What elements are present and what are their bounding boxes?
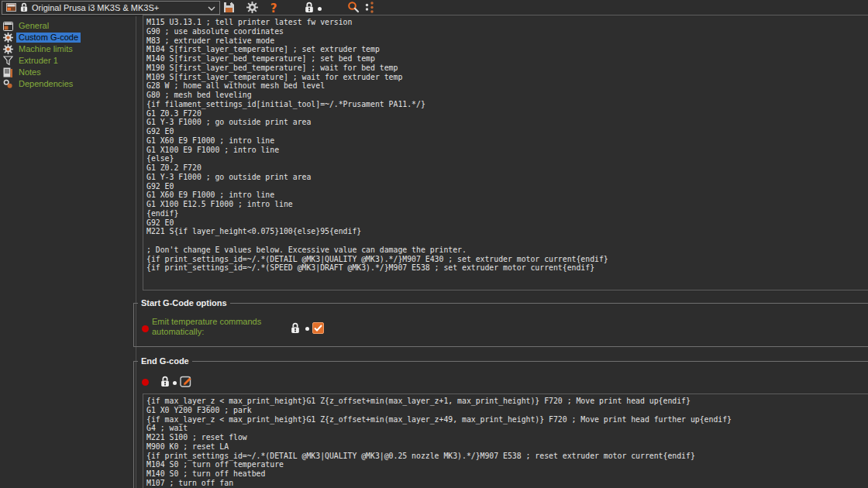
sidebar-item-notes[interactable]: Notes — [0, 67, 136, 78]
funnel-icon — [2, 56, 13, 67]
lock-icon[interactable] — [291, 322, 300, 337]
sidebar-item-custom-gcode[interactable]: Custom G-code — [0, 32, 136, 43]
sidebar-item-label: Machine limits — [16, 44, 75, 54]
gear-icon — [246, 2, 258, 16]
save-icon — [223, 2, 235, 16]
lock-settings-button[interactable] — [302, 2, 316, 15]
sidebar-item-label: Extruder 1 — [16, 56, 60, 66]
printer-settings-custom-gcode-page: Original Prusa i3 MK3S & MK3S+ — [0, 0, 868, 488]
lock-icon[interactable] — [160, 376, 170, 390]
edit-pencil-icon — [180, 376, 192, 390]
printer-preset-icon — [6, 3, 16, 13]
preset-settings-button[interactable] — [245, 2, 259, 15]
gear-icon — [2, 33, 13, 43]
sidebar-item-label: General — [16, 21, 51, 31]
search-button[interactable] — [346, 2, 360, 15]
chevron-down-icon — [208, 3, 215, 12]
group-title: Start G-Code options — [138, 298, 230, 308]
lock-icon — [305, 2, 314, 16]
lock-icon — [20, 2, 28, 14]
save-preset-button[interactable] — [222, 2, 236, 15]
modified-option-dot-icon — [142, 325, 149, 332]
sidebar-item-general[interactable]: General — [0, 20, 136, 32]
start-gcode-textarea[interactable]: M115 U3.13.1 ; tell printer latest fw ve… — [143, 15, 868, 290]
sidebar-item-extruder-1[interactable]: Extruder 1 — [0, 55, 136, 67]
dependencies-icon — [2, 79, 13, 90]
compare-presets-button[interactable] — [363, 2, 377, 15]
modified-dot-icon — [318, 7, 322, 11]
settings-sidebar: General Custom G-code — [0, 16, 136, 488]
help-button[interactable]: ? — [267, 2, 281, 15]
gear-icon — [2, 44, 13, 55]
emit-temperature-checkbox[interactable] — [312, 322, 324, 334]
sidebar-item-machine-limits[interactable]: Machine limits — [0, 43, 136, 55]
note-icon — [2, 67, 13, 78]
preset-toolbar: Original Prusa i3 MK3S & MK3S+ — [0, 0, 868, 16]
printer-preset-combobox[interactable]: Original Prusa i3 MK3S & MK3S+ — [2, 1, 220, 15]
sidebar-item-label: Notes — [16, 67, 43, 77]
sidebar-item-label: Custom G-code — [16, 33, 81, 43]
revert-dot-icon — [173, 381, 177, 385]
end-gcode-textarea[interactable]: {if max_layer_z < max_print_height}G1 Z{… — [143, 393, 868, 488]
sidebar-item-label: Dependencies — [16, 79, 75, 89]
modified-option-dot-icon — [142, 379, 149, 386]
printer-window-icon — [2, 21, 13, 32]
group-title: End G-code — [138, 356, 192, 366]
edit-gcode-button[interactable] — [180, 375, 192, 390]
sidebar-item-dependencies[interactable]: Dependencies — [0, 78, 136, 90]
help-question-icon: ? — [270, 2, 277, 15]
emit-temperature-option-label: Emit temperature commands automatically: — [152, 317, 285, 337]
revert-dot-icon — [305, 327, 309, 331]
compare-presets-icon — [364, 1, 375, 16]
preset-name-label: Original Prusa i3 MK3S & MK3S+ — [32, 3, 159, 12]
search-icon — [347, 1, 360, 16]
